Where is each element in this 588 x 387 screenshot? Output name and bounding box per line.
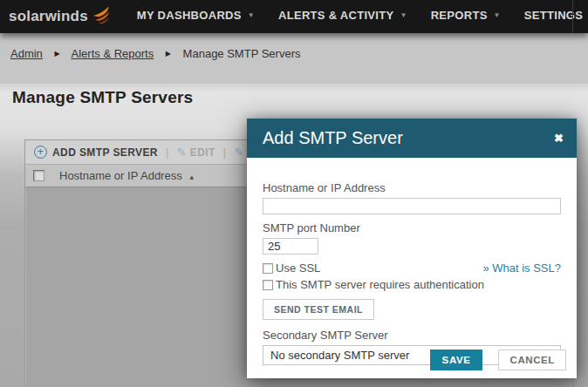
requires-auth-option[interactable]: This SMTP server requires authentication <box>263 278 484 291</box>
send-test-email-button[interactable]: SEND TEST EMAIL <box>263 299 374 320</box>
menu-my-dashboards[interactable]: MY DASHBOARDS▼ <box>137 0 255 34</box>
column-header-hostname-label: Hostname or IP Address <box>59 169 182 182</box>
chevron-down-icon: ▼ <box>494 11 501 19</box>
add-smtp-server-label: ADD SMTP SERVER <box>52 146 158 159</box>
sort-ascending-icon: ▲ <box>188 173 195 181</box>
add-smtp-server-dialog: Add SMTP Server ✖ Hostname or IP Address… <box>247 119 577 378</box>
breadcrumb: Admin ▶ Alerts & Reports ▶ Manage SMTP S… <box>0 33 588 84</box>
menu-alerts-activity[interactable]: ALERTS & ACTIVITY▼ <box>278 0 407 34</box>
page-title: Manage SMTP Servers <box>12 88 193 107</box>
menu-reports[interactable]: REPORTS▼ <box>431 0 501 34</box>
column-header-hostname[interactable]: Hostname or IP Address▲ <box>59 169 195 182</box>
pencil-icon: ✎ <box>176 146 186 159</box>
menu-reports-label: REPORTS <box>431 9 488 22</box>
hostname-field-label: Hostname or IP Address <box>263 181 561 194</box>
secondary-smtp-selected-value: No secondary SMTP server <box>270 349 409 362</box>
cancel-button[interactable]: CANCEL <box>498 350 566 370</box>
use-ssl-option[interactable]: Use SSL <box>263 261 320 275</box>
hostname-input[interactable] <box>263 198 561 214</box>
menu-settings[interactable]: SETTINGS▼ <box>524 0 588 34</box>
chevron-down-icon: ▼ <box>400 11 407 19</box>
solarwinds-logo[interactable]: solarwinds <box>9 7 112 26</box>
dialog-footer: SAVE CANCEL <box>430 350 566 370</box>
edit-label: EDIT <box>190 146 215 159</box>
select-all-checkbox[interactable] <box>33 170 44 181</box>
main-menu: MY DASHBOARDS▼ ALERTS & ACTIVITY▼ REPORT… <box>137 0 588 34</box>
use-ssl-label: Use SSL <box>276 261 320 275</box>
save-button[interactable]: SAVE <box>430 350 483 370</box>
secondary-smtp-label: Secondary SMTP Server <box>263 329 561 342</box>
toolbar-divider: | <box>223 146 227 159</box>
top-nav-bar: solarwinds MY DASHBOARDS▼ ALERTS & ACTIV… <box>0 0 588 33</box>
use-ssl-checkbox[interactable] <box>263 263 273 274</box>
dialog-title: Add SMTP Server <box>247 119 577 158</box>
edit-button[interactable]: ✎ EDIT <box>176 146 215 159</box>
breadcrumb-alerts-reports-link[interactable]: Alerts & Reports <box>72 47 154 60</box>
menu-alerts-activity-label: ALERTS & ACTIVITY <box>278 9 393 22</box>
toolbar-divider: | <box>166 146 169 159</box>
chevron-down-icon: ▼ <box>248 11 255 19</box>
breadcrumb-arrow-icon: ▶ <box>166 50 171 58</box>
requires-auth-row: This SMTP server requires authentication <box>263 278 561 291</box>
menu-settings-label: SETTINGS <box>524 9 583 22</box>
requires-auth-checkbox[interactable] <box>263 280 273 290</box>
scrollbar-edge <box>572 0 573 33</box>
requires-auth-label: This SMTP server requires authentication <box>276 278 484 291</box>
menu-my-dashboards-label: MY DASHBOARDS <box>137 9 242 22</box>
breadcrumb-current-page: Manage SMTP Servers <box>183 47 301 60</box>
add-smtp-server-button[interactable]: + ADD SMTP SERVER <box>34 146 158 159</box>
use-ssl-row: Use SSL » What is SSL? <box>263 261 561 275</box>
what-is-ssl-link[interactable]: » What is SSL? <box>482 261 561 275</box>
dialog-header: Add SMTP Server ✖ <box>247 119 577 158</box>
plus-circle-icon: + <box>34 146 47 159</box>
breadcrumb-admin-link[interactable]: Admin <box>10 47 43 60</box>
breadcrumb-arrow-icon: ▶ <box>54 50 59 58</box>
port-field-label: SMTP port Number <box>263 221 561 234</box>
dialog-body: Hostname or IP Address SMTP port Number … <box>247 158 577 365</box>
smtp-port-input[interactable] <box>263 238 318 255</box>
close-icon[interactable]: ✖ <box>554 119 564 158</box>
solarwinds-flame-icon <box>91 5 112 24</box>
solarwinds-logo-text: solarwinds <box>9 8 88 25</box>
pencil-icon: ✎ <box>234 146 243 159</box>
